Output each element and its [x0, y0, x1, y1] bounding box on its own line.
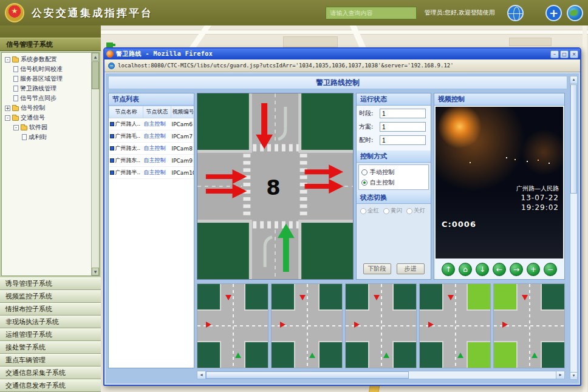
intersection-thumbnail[interactable]	[271, 283, 343, 368]
sidebar-system-item[interactable]: 重点车辆管理	[0, 354, 101, 367]
tree-item[interactable]: 信号机时间校准	[2, 64, 91, 74]
scroll-thumb[interactable]	[206, 371, 409, 379]
browser-window: 警卫路线 - Mozilla Firefox – □ × localhost:8…	[103, 47, 581, 386]
earth-icon[interactable]	[567, 5, 583, 21]
scroll-thumb[interactable]	[92, 61, 99, 89]
maximize-button[interactable]: □	[560, 50, 569, 58]
col-video-id: 视频编号	[171, 106, 195, 118]
ptz-up-button[interactable]: ↑	[442, 263, 455, 276]
period-input[interactable]	[380, 109, 426, 118]
sidebar-system-header[interactable]: 信号管理子系统	[0, 38, 101, 51]
scroll-down-arrow[interactable]: ▼	[92, 268, 99, 275]
sidebar-system-item[interactable]: 视频监控子系统	[0, 290, 101, 303]
corner-block	[541, 341, 565, 368]
sidebar-system-item[interactable]: 交通信息采集子系统	[0, 367, 101, 379]
sidebar-system-item[interactable]: 运维管理子系统	[0, 328, 101, 341]
address-url[interactable]: localhost:8080/CTC-MICS/libs/utcs/guard.…	[118, 63, 454, 69]
scroll-right-arrow[interactable]: ▸	[556, 371, 564, 379]
global-search-input[interactable]	[326, 7, 417, 19]
sidebar-system-item[interactable]: 接处警子系统	[0, 341, 101, 354]
node-row[interactable]: 广州路太..自主控制IPCam8	[109, 143, 195, 155]
node-row[interactable]: 广州路毛..自主控制IPCam7	[109, 130, 195, 143]
scroll-left-arrow[interactable]: ◂	[197, 371, 206, 379]
intersection-thumbnail[interactable]	[345, 283, 417, 368]
plan-input[interactable]	[380, 122, 426, 132]
page-icon	[13, 95, 18, 101]
camera-location: 广州路—人民路	[516, 184, 559, 193]
tree-scrollbar[interactable]: ▲ ▼	[91, 53, 99, 275]
intersection-thumbnail[interactable]	[493, 283, 565, 368]
scroll-down-arrow[interactable]: ▾	[570, 372, 577, 379]
ptz-zoom-in-button[interactable]: +	[527, 263, 540, 276]
globe-icon[interactable]	[507, 5, 524, 21]
tree-item[interactable]: 服务器区域管理	[2, 74, 91, 84]
next-stage-button[interactable]: 下阶段	[363, 263, 391, 274]
horizontal-scrollbar[interactable]: ◂ ▸	[197, 371, 565, 379]
tree-item[interactable]: -软件园	[2, 123, 91, 132]
scroll-thumb[interactable]	[570, 84, 577, 194]
step-button[interactable]: 步进	[397, 263, 425, 274]
add-icon[interactable]: +	[545, 5, 562, 21]
sidebar-system-item[interactable]: 交通信息发布子系统	[0, 379, 101, 392]
mini-arrow	[235, 353, 241, 358]
corner-block	[345, 341, 369, 368]
vertical-scrollbar[interactable]: ▴ ▾	[570, 76, 578, 380]
expander-icon[interactable]: -	[5, 57, 10, 63]
expander-icon[interactable]: -	[5, 115, 10, 121]
minimize-button[interactable]: –	[550, 50, 559, 58]
close-button[interactable]: ×	[570, 50, 578, 58]
page-icon	[108, 63, 115, 69]
expander-icon[interactable]: +	[5, 106, 10, 111]
folder-icon	[12, 106, 19, 111]
ptz-home-button[interactable]: ⌂	[459, 263, 472, 276]
stage-buttons: 下阶段 步进	[357, 261, 431, 279]
auto-control-radio[interactable]: 自主控制	[361, 177, 426, 188]
scroll-up-arrow[interactable]: ▲	[92, 53, 99, 61]
tree-item[interactable]: 成利街	[2, 132, 91, 142]
node-icon	[110, 146, 114, 150]
phase-thumbnails	[197, 283, 565, 368]
window-titlebar[interactable]: 警卫路线 - Mozilla Firefox – □ ×	[104, 49, 580, 59]
run-status-header: 运行状态	[357, 93, 431, 106]
state-switch-options: 全红 黄闪 关灯	[357, 204, 431, 218]
corner-block	[493, 283, 518, 311]
sidebar-system-item[interactable]: 情报布控子系统	[0, 303, 101, 316]
node-row[interactable]: 广州路人..自主控制IPCam6	[109, 118, 195, 130]
apps-grid-icon[interactable]	[528, 7, 541, 19]
node-row[interactable]: 广州路半..自主控制IPCam10	[109, 167, 195, 179]
period-label: 时段:	[359, 109, 380, 118]
tree-item-label: 信号机时间校准	[20, 65, 63, 73]
radio-icon	[383, 208, 389, 214]
corner-block	[392, 283, 417, 311]
sidebar-system-item[interactable]: 诱导管理子系统	[0, 277, 101, 290]
nav-tree: -系统参数配置信号机时间校准服务器区域管理警卫路线管理信号节点同步+信号控制-交…	[2, 53, 91, 275]
ptz-zoom-out-button[interactable]: −	[544, 263, 557, 276]
tree-item[interactable]: -系统参数配置	[2, 55, 91, 64]
corner-block	[345, 283, 369, 311]
sidebar-system-item[interactable]: 非现场执法子系统	[0, 316, 101, 328]
ptz-down-button[interactable]: ↓	[476, 263, 489, 276]
radio-checked-icon	[361, 180, 368, 186]
tree-item[interactable]: -交通信号	[2, 113, 91, 123]
corner-block	[197, 283, 221, 311]
tree-item[interactable]: +信号控制	[2, 103, 91, 113]
ptz-right-button[interactable]: →	[510, 263, 523, 276]
manual-control-radio[interactable]: 手动控制	[361, 167, 426, 177]
yellow-flash-radio[interactable]: 黄闪	[383, 207, 402, 215]
corner-block	[467, 341, 491, 368]
scroll-track[interactable]	[206, 371, 556, 379]
expander-icon[interactable]: -	[13, 125, 19, 130]
node-row[interactable]: 广州路东..自主控制IPCam9	[109, 155, 195, 167]
all-red-radio[interactable]: 全红	[360, 207, 379, 215]
tree-item[interactable]: 信号节点同步	[2, 93, 91, 103]
scroll-up-arrow[interactable]: ▴	[570, 76, 577, 84]
address-bar[interactable]: localhost:8080/CTC-MICS/libs/utcs/guard.…	[104, 59, 580, 72]
ptz-left-button[interactable]: ←	[493, 263, 506, 276]
corner-block	[392, 341, 417, 368]
tree-item[interactable]: 警卫路线管理	[2, 84, 91, 93]
plan-label: 方案:	[359, 123, 380, 131]
timing-input[interactable]	[380, 135, 426, 145]
intersection-thumbnail[interactable]	[197, 283, 268, 368]
lights-off-radio[interactable]: 关灯	[406, 207, 425, 215]
intersection-thumbnail[interactable]	[419, 283, 491, 368]
